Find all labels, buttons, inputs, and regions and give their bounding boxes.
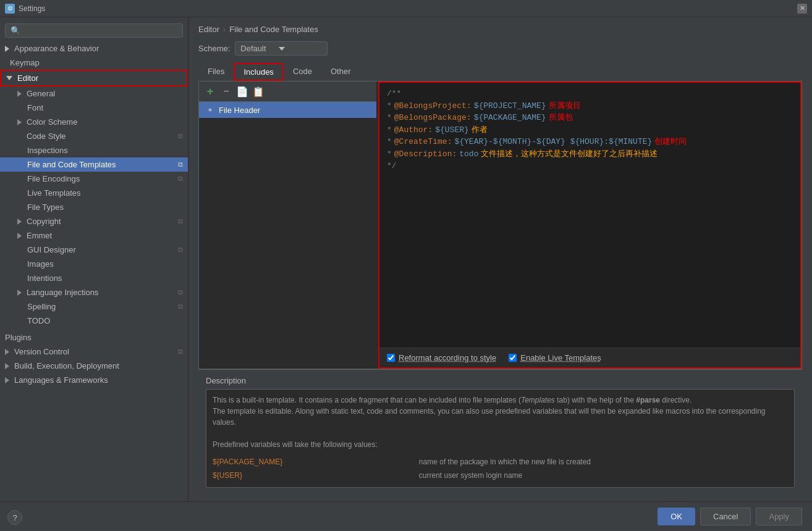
copy-icon: ⧉ bbox=[178, 246, 183, 254]
add-button[interactable]: + bbox=[203, 84, 218, 99]
tab-code[interactable]: Code bbox=[284, 63, 321, 81]
code-text: * bbox=[387, 100, 392, 112]
desc-text-3: directive. bbox=[660, 396, 691, 404]
sidebar-item-file-encodings[interactable]: File Encodings ⧉ bbox=[0, 172, 188, 186]
copy-to-button[interactable]: 📋 bbox=[251, 84, 266, 99]
sidebar-item-label: Language Injections bbox=[27, 288, 98, 297]
expand-icon bbox=[5, 46, 9, 52]
code-line-1: /** bbox=[387, 88, 793, 100]
expand-icon bbox=[5, 349, 9, 355]
reformat-checkbox[interactable] bbox=[387, 354, 395, 362]
search-input[interactable] bbox=[23, 27, 177, 35]
sidebar-item-file-and-code-templates[interactable]: File and Code Templates ⧉ bbox=[0, 157, 188, 172]
breadcrumb-parent: Editor bbox=[198, 25, 219, 34]
copy-icon: 📄 bbox=[236, 86, 248, 98]
cancel-button[interactable]: Cancel bbox=[700, 508, 751, 525]
apply-button[interactable]: Apply bbox=[756, 508, 802, 525]
description-title: Description bbox=[206, 376, 795, 385]
sidebar-item-font[interactable]: Font bbox=[0, 101, 188, 115]
main-container: 🔍 Appearance & Behavior Keymap Editor Ge… bbox=[0, 17, 812, 501]
sidebar-item-general[interactable]: General bbox=[0, 86, 188, 101]
sidebar-item-label: File and Code Templates bbox=[27, 160, 116, 169]
code-editor[interactable]: /** * @BelongsProject: ${PROJECT_NAME} 所… bbox=[379, 83, 800, 348]
var-name-1: ${PACKAGE_NAME} bbox=[213, 458, 282, 466]
expand-icon bbox=[5, 377, 9, 383]
file-item-label: File Header bbox=[219, 106, 260, 115]
ok-button[interactable]: OK bbox=[658, 508, 695, 525]
search-box[interactable]: 🔍 bbox=[5, 23, 183, 38]
live-templates-checkbox[interactable] bbox=[509, 354, 517, 362]
sidebar-item-todo[interactable]: TODO bbox=[0, 314, 188, 328]
sidebar-item-keymap[interactable]: Keymap bbox=[0, 56, 188, 70]
file-list-panel: + − 📄 📋 ≡ File Header bbox=[199, 82, 378, 369]
sidebar-item-live-templates[interactable]: Live Templates bbox=[0, 186, 188, 200]
sidebar-item-file-types[interactable]: File Types bbox=[0, 200, 188, 214]
code-text: 所属包 bbox=[549, 112, 573, 124]
code-line-2: * @BelongsProject: ${PROJECT_NAME} 所属项目 bbox=[387, 100, 793, 112]
desc-parse: #parse bbox=[636, 396, 660, 404]
copy-file-button[interactable]: 📄 bbox=[235, 84, 250, 99]
remove-button[interactable]: − bbox=[219, 84, 234, 99]
sidebar-item-code-style[interactable]: Code Style ⧉ bbox=[0, 129, 188, 143]
sidebar-item-label: Font bbox=[27, 103, 43, 112]
sidebar-item-languages[interactable]: Languages & Frameworks bbox=[0, 373, 188, 387]
sidebar-item-version-control[interactable]: Version Control ⧉ bbox=[0, 345, 188, 359]
code-text: */ bbox=[387, 160, 397, 172]
code-text: * bbox=[387, 112, 392, 124]
code-text: 所属项目 bbox=[549, 100, 581, 112]
var-row-1: ${PACKAGE_NAME} name of the package in w… bbox=[213, 455, 788, 469]
split-panel: + − 📄 📋 ≡ File Header bbox=[198, 82, 802, 369]
breadcrumb: Editor › File and Code Templates bbox=[198, 25, 802, 34]
expand-icon bbox=[17, 290, 22, 296]
copy-icon: ⧉ bbox=[178, 217, 183, 225]
tab-other[interactable]: Other bbox=[321, 63, 360, 81]
desc-text-1: This is a built-in template. It contains… bbox=[213, 396, 521, 404]
code-text: ${PACKAGE_NAME} bbox=[474, 112, 546, 124]
sidebar-item-intentions[interactable]: Intentions bbox=[0, 271, 188, 285]
var-name-2: ${USER} bbox=[213, 471, 242, 480]
sidebar-item-color-scheme[interactable]: Color Scheme bbox=[0, 115, 188, 129]
sidebar-item-images[interactable]: Images bbox=[0, 257, 188, 271]
live-templates-checkbox-label[interactable]: Enable Live Templates bbox=[509, 353, 601, 362]
sidebar-item-label: Spelling bbox=[27, 302, 56, 311]
sidebar-item-spelling[interactable]: Spelling ⧉ bbox=[0, 299, 188, 314]
close-button[interactable]: ✕ bbox=[797, 4, 807, 14]
code-text: ${YEAR}-${MONTH}-${DAY} ${HOUR}:${MINUTE… bbox=[454, 136, 652, 148]
sidebar-item-label: Plugins bbox=[5, 333, 32, 342]
sidebar-item-inspections[interactable]: Inspections bbox=[0, 143, 188, 157]
scheme-label: Scheme: bbox=[198, 44, 230, 53]
help-button[interactable]: ? bbox=[7, 510, 22, 525]
sidebar-item-label: Version Control bbox=[14, 347, 69, 356]
sidebar-item-copyright[interactable]: Copyright ⧉ bbox=[0, 214, 188, 228]
expand-icon bbox=[5, 363, 9, 369]
code-text: * bbox=[387, 136, 392, 148]
scheme-dropdown[interactable]: Default bbox=[235, 41, 328, 56]
sidebar-item-label: Color Scheme bbox=[27, 117, 77, 127]
sidebar-item-editor[interactable]: Editor bbox=[0, 70, 188, 86]
variables-table: ${PACKAGE_NAME} name of the package in w… bbox=[213, 455, 788, 482]
sidebar-item-label: Keymap bbox=[10, 58, 40, 67]
sidebar-item-build[interactable]: Build, Execution, Deployment bbox=[0, 359, 188, 373]
code-text: /** bbox=[387, 88, 401, 100]
sidebar-item-gui-designer[interactable]: GUI Designer ⧉ bbox=[0, 243, 188, 257]
sidebar-item-label: Intentions bbox=[27, 274, 62, 283]
file-list-item[interactable]: ≡ File Header bbox=[199, 102, 376, 118]
sidebar-item-appearance[interactable]: Appearance & Behavior bbox=[0, 41, 188, 56]
sidebar-item-emmet[interactable]: Emmet bbox=[0, 228, 188, 243]
sidebar-item-language-injections[interactable]: Language Injections ⧉ bbox=[0, 285, 188, 299]
code-text: 创建时间 bbox=[654, 136, 687, 148]
sidebar-item-label: Inspections bbox=[27, 146, 68, 155]
sidebar-item-label: Copyright bbox=[27, 217, 61, 226]
reformat-checkbox-label[interactable]: Reformat according to style bbox=[387, 353, 496, 362]
options-row: Reformat according to style Enable Live … bbox=[379, 348, 800, 367]
sidebar-item-label: GUI Designer bbox=[27, 245, 76, 254]
sidebar-item-label: File Types bbox=[27, 203, 64, 212]
sidebar-item-label: Build, Execution, Deployment bbox=[14, 361, 119, 370]
var-desc-2: current user system login name bbox=[419, 471, 522, 480]
code-line-7: */ bbox=[387, 160, 793, 172]
tab-includes[interactable]: Includes bbox=[234, 63, 283, 81]
sidebar-item-label: Live Templates bbox=[27, 188, 80, 198]
expand-icon bbox=[17, 233, 22, 239]
sidebar-item-plugins[interactable]: Plugins bbox=[0, 330, 188, 345]
tab-files[interactable]: Files bbox=[198, 63, 234, 81]
